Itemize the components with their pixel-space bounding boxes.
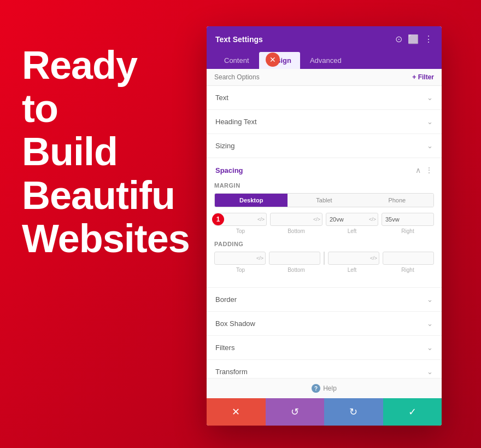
padding-inputs: </> </> [214, 252, 434, 265]
margin-bottom-label: Bottom [270, 228, 322, 234]
link-icon: </> [369, 217, 376, 222]
padding-top-label: Top [214, 267, 267, 273]
chevron-up-icon[interactable]: ∧ [415, 166, 421, 174]
search-input[interactable] [214, 73, 412, 81]
link-icon: </> [257, 217, 265, 222]
device-tab-tablet[interactable]: Tablet [288, 194, 360, 207]
chevron-down-icon: ⌄ [427, 295, 433, 304]
margin-top-label: Top [214, 228, 267, 234]
help-link[interactable]: ? Help [312, 384, 337, 393]
help-icon: ? [312, 384, 320, 393]
action-buttons: ✕ ↺ ↻ ✓ [207, 398, 442, 426]
padding-right-cell [383, 252, 434, 265]
tab-content[interactable]: Content [215, 52, 258, 69]
section-sizing-label: Sizing [215, 142, 234, 150]
chevron-down-icon: ⌄ [427, 368, 433, 376]
chevron-down-icon: ⌄ [427, 319, 433, 328]
tab-advanced[interactable]: Advanced [301, 52, 350, 69]
section-filters-label: Filters [215, 344, 234, 352]
margin-bottom-cell: </> [270, 213, 322, 226]
panel-header: Text Settings ⊙ ⬜ ⋮ [207, 26, 442, 52]
section-sizing[interactable]: Sizing ⌄ [207, 134, 442, 158]
section-text-label: Text [215, 94, 228, 102]
section-spacing: Spacing ∧ ⋮ Margin Desktop Tablet Phone [207, 158, 442, 288]
margin-left-cell: </> [326, 213, 378, 226]
link-icon: </> [256, 255, 263, 261]
margin-labels: Top Bottom Left Right [214, 228, 434, 234]
margin-right-input[interactable] [382, 213, 434, 226]
spacing-label: Spacing [215, 166, 243, 174]
step-badge: 1 [212, 213, 224, 225]
settings-panel: Text Settings ⊙ ⬜ ⋮ Content Design Advan… [207, 26, 442, 426]
device-tabs: Desktop Tablet Phone [214, 193, 434, 207]
padding-labels: Top Bottom Left Right [214, 267, 434, 273]
padding-left-label: Left [326, 267, 378, 273]
margin-right-label: Right [382, 228, 434, 234]
panel-footer: ? Help [207, 378, 442, 398]
chevron-down-icon: ⌄ [427, 94, 433, 102]
margin-label: Margin [214, 182, 434, 189]
device-tab-desktop[interactable]: Desktop [215, 194, 288, 207]
padding-bottom-cell [269, 252, 320, 265]
padding-right-input[interactable] [383, 252, 434, 265]
panel-header-icons: ⊙ ⬜ ⋮ [395, 34, 433, 44]
margin-inputs: </> </> </> [214, 213, 434, 226]
padding-right-label: Right [382, 267, 434, 273]
responsive-icon[interactable]: ⊙ [395, 34, 402, 44]
spacing-content: Margin Desktop Tablet Phone </> </> [207, 182, 442, 287]
redo-button[interactable]: ↻ [324, 398, 383, 426]
chevron-down-icon: ⌄ [427, 142, 433, 150]
section-heading-text-label: Heading Text [215, 118, 257, 126]
padding-top-cell: </> [214, 252, 266, 265]
search-bar: + Filter [207, 69, 442, 86]
device-tab-phone[interactable]: Phone [361, 194, 433, 207]
tab-bar: Content Design Advanced [207, 52, 442, 69]
section-box-shadow[interactable]: Box Shadow ⌄ [207, 312, 442, 336]
margin-left-label: Left [326, 228, 378, 234]
section-transform-label: Transform [215, 368, 248, 376]
section-text[interactable]: Text ⌄ [207, 86, 442, 110]
spacing-more-icon[interactable]: ⋮ [425, 166, 433, 174]
panel-body: Text ⌄ Heading Text ⌄ Sizing ⌄ Spacing ∧… [207, 86, 442, 378]
padding-left-cell: </> [328, 252, 379, 265]
panel-title: Text Settings [215, 35, 263, 44]
help-label: Help [323, 385, 337, 392]
link-icon: </> [370, 255, 377, 261]
section-border-label: Border [215, 295, 237, 304]
section-border[interactable]: Border ⌄ [207, 288, 442, 312]
padding-divider [324, 252, 325, 265]
section-transform[interactable]: Transform ⌄ [207, 360, 442, 378]
section-heading-text[interactable]: Heading Text ⌄ [207, 110, 442, 134]
padding-bottom-label: Bottom [270, 267, 322, 273]
padding-bottom-input[interactable] [269, 252, 320, 265]
layout-icon[interactable]: ⬜ [408, 34, 419, 44]
spacing-header[interactable]: Spacing ∧ ⋮ [207, 158, 442, 182]
padding-label: Padding [214, 241, 434, 247]
undo-button[interactable]: ↺ [266, 398, 325, 426]
section-filters[interactable]: Filters ⌄ [207, 336, 442, 360]
close-button[interactable]: ✕ [266, 53, 280, 67]
chevron-down-icon: ⌄ [427, 118, 433, 126]
section-box-shadow-label: Box Shadow [215, 319, 255, 328]
filter-button[interactable]: + Filter [412, 73, 434, 81]
hero-text: ReadytoBuildBeautifuWebsites [22, 44, 190, 260]
margin-right-cell [382, 213, 434, 226]
cancel-button[interactable]: ✕ [207, 398, 266, 426]
more-options-icon[interactable]: ⋮ [424, 34, 433, 44]
spacing-header-icons: ∧ ⋮ [415, 166, 433, 174]
chevron-down-icon: ⌄ [427, 344, 433, 352]
link-icon: </> [313, 217, 320, 222]
save-button[interactable]: ✓ [383, 398, 442, 426]
